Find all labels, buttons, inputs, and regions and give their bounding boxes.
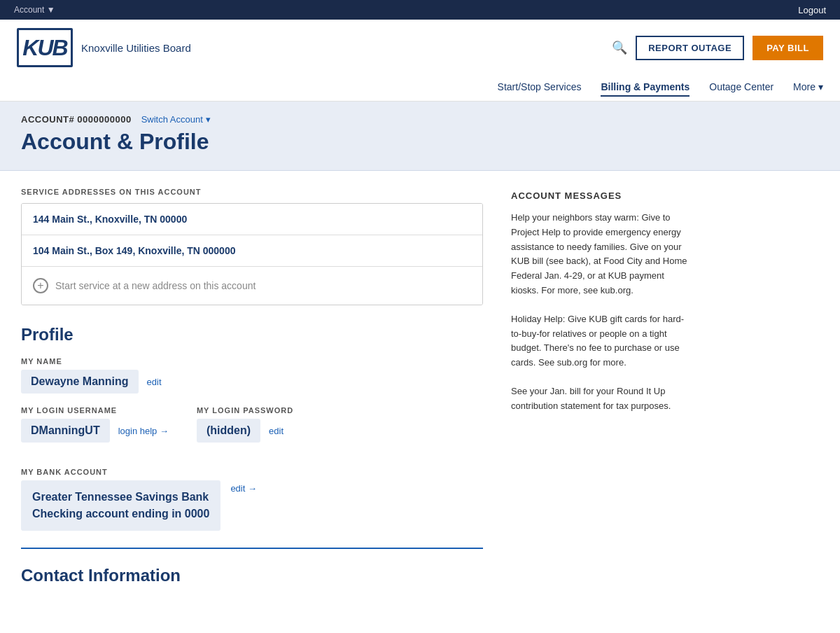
bank-info-box: Greater Tennessee Savings Bank Checking … — [21, 480, 220, 531]
report-outage-button[interactable]: REPORT OUTAGE — [636, 36, 744, 60]
bank-account-section: MY BANK ACCOUNT Greater Tennessee Saving… — [21, 468, 483, 531]
password-field-group: MY LOGIN PASSWORD (hidden) edit — [197, 406, 293, 455]
dropdown-arrow-icon: ▾ — [206, 114, 211, 125]
bank-account: Checking account ending in 0000 — [32, 506, 209, 522]
org-name: Knoxville Utilities Board — [81, 42, 191, 54]
service-addresses-section: SERVICE ADDRESSES ON THIS ACCOUNT 144 Ma… — [21, 188, 483, 305]
switch-account-button[interactable]: Switch Account ▾ — [141, 114, 211, 125]
top-bar-account[interactable]: Account ▼ — [14, 5, 55, 15]
account-message-2: Holiday Help: Give KUB gift cards for ha… — [511, 312, 693, 370]
account-message-1: Help your neighbors stay warm: Give to P… — [511, 211, 693, 298]
profile-title: Profile — [21, 325, 483, 345]
nav-billing-payments[interactable]: Billing & Payments — [601, 78, 690, 97]
header-actions: 🔍 REPORT OUTAGE PAY BILL — [612, 36, 823, 60]
top-bar-account-label[interactable]: Account ▼ — [14, 5, 55, 15]
address-item-1[interactable]: 144 Main St., Knoxville, TN 00000 — [22, 204, 482, 235]
add-service-row[interactable]: + Start service at a new address on this… — [22, 267, 482, 305]
search-button[interactable]: 🔍 — [612, 40, 627, 55]
password-value: (hidden) — [197, 419, 260, 443]
name-field-row: Dewayne Manning edit — [21, 370, 483, 394]
account-number-line: ACCOUNT# 0000000000 Switch Account ▾ — [21, 114, 819, 125]
content-right: ACCOUNT MESSAGES Help your neighbors sta… — [511, 190, 693, 585]
add-circle-icon: + — [33, 278, 48, 293]
name-value: Dewayne Manning — [21, 370, 139, 394]
nav-more[interactable]: More ▾ — [793, 78, 823, 97]
username-value: DManningUT — [21, 419, 110, 443]
name-label: MY NAME — [21, 357, 483, 366]
nav-outage-center[interactable]: Outage Center — [709, 78, 774, 97]
header-top: KUB Knoxville Utilities Board 🔍 REPORT O… — [17, 28, 823, 74]
nav-start-stop-services[interactable]: Start/Stop Services — [498, 78, 582, 97]
section-divider — [21, 548, 483, 549]
pay-bill-button[interactable]: PAY BILL — [752, 36, 823, 60]
login-help-link[interactable]: login help → — [118, 426, 169, 436]
account-message-3: See your Jan. bill for your Round It Up … — [511, 384, 693, 414]
header: KUB Knoxville Utilities Board 🔍 REPORT O… — [0, 20, 840, 102]
login-fields-row: MY LOGIN USERNAME DManningUT login help … — [21, 406, 483, 455]
search-icon: 🔍 — [612, 41, 627, 55]
logo-area: KUB Knoxville Utilities Board — [17, 28, 191, 67]
chevron-down-icon: ▾ — [818, 81, 823, 92]
bank-field-row: Greater Tennessee Savings Bank Checking … — [21, 480, 483, 531]
name-edit-button[interactable]: edit — [147, 377, 162, 387]
kub-logo: KUB — [17, 28, 73, 67]
account-messages-title: ACCOUNT MESSAGES — [511, 190, 693, 201]
contact-info-title: Contact Information — [21, 566, 483, 585]
logout-button[interactable]: Logout — [798, 5, 826, 15]
bank-edit-link[interactable]: edit → — [230, 483, 257, 494]
main-content: SERVICE ADDRESSES ON THIS ACCOUNT 144 Ma… — [0, 171, 840, 602]
add-service-label: Start service at a new address on this a… — [55, 280, 255, 291]
profile-section: Profile MY NAME Dewayne Manning edit MY … — [21, 325, 483, 585]
password-edit-button[interactable]: edit — [269, 426, 284, 436]
password-field-row: (hidden) edit — [197, 419, 293, 443]
main-nav: Start/Stop Services Billing & Payments O… — [17, 74, 823, 101]
account-number: ACCOUNT# 0000000000 — [21, 114, 132, 125]
bank-label: MY BANK ACCOUNT — [21, 468, 483, 476]
name-field-group: MY NAME Dewayne Manning edit — [21, 357, 483, 394]
top-bar: Account ▼ Logout — [0, 0, 840, 20]
account-banner: ACCOUNT# 0000000000 Switch Account ▾ Acc… — [0, 102, 840, 171]
bank-name: Greater Tennessee Savings Bank — [32, 489, 209, 506]
service-addresses-label: SERVICE ADDRESSES ON THIS ACCOUNT — [21, 188, 483, 196]
username-field-row: DManningUT login help → — [21, 419, 169, 443]
password-label: MY LOGIN PASSWORD — [197, 406, 293, 415]
page-title: Account & Profile — [21, 129, 819, 155]
address-item-2[interactable]: 104 Main St., Box 149, Knoxville, TN 000… — [22, 235, 482, 267]
content-left: SERVICE ADDRESSES ON THIS ACCOUNT 144 Ma… — [21, 188, 483, 585]
username-label: MY LOGIN USERNAME — [21, 406, 169, 415]
username-field-group: MY LOGIN USERNAME DManningUT login help … — [21, 406, 169, 455]
address-card: 144 Main St., Knoxville, TN 00000 104 Ma… — [21, 203, 483, 305]
